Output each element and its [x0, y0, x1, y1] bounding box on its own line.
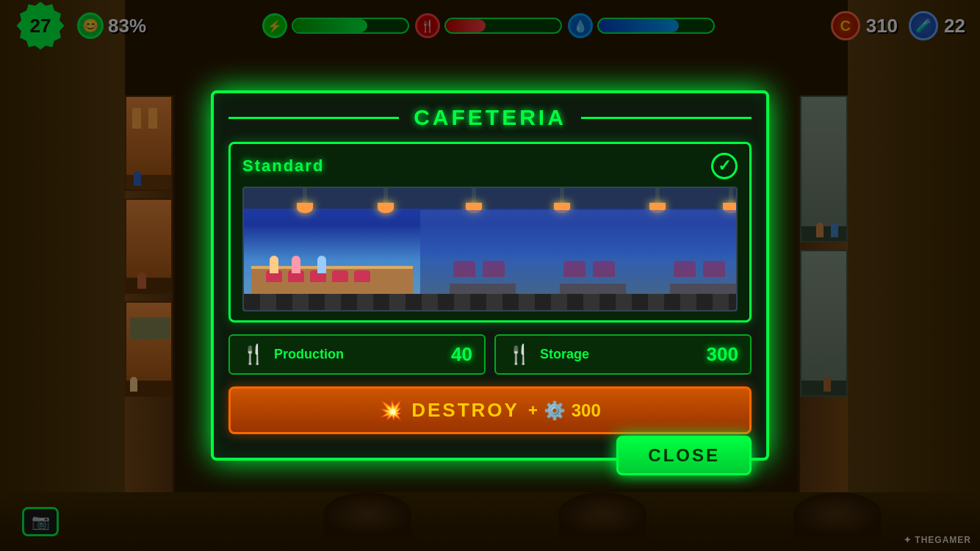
storage-stat: 🍴 Storage 300 — [494, 334, 752, 375]
lamp-4 — [560, 188, 564, 204]
cafe-floor — [244, 294, 736, 310]
storage-value: 300 — [707, 343, 738, 366]
cafeteria-modal: CAFETERIA Standard ✓ — [211, 90, 769, 461]
lamp-6 — [729, 188, 733, 204]
watermark: ✦ THEGAMER — [904, 535, 971, 545]
stats-row: 🍴 Production 40 🍴 Storage 300 — [228, 334, 752, 375]
person-1 — [270, 256, 278, 273]
standard-card[interactable]: Standard ✓ — [228, 142, 752, 323]
title-line-right — [581, 117, 752, 119]
stool-4 — [332, 270, 348, 282]
production-icon: 🍴 — [242, 343, 265, 366]
title-line-left — [228, 117, 399, 119]
reward-icon: ⚙️ — [544, 400, 566, 421]
modal-title-line: CAFETERIA — [228, 105, 752, 130]
storage-label: Storage — [540, 347, 698, 362]
production-label: Production — [274, 347, 442, 362]
room-preview — [242, 187, 738, 311]
standard-header: Standard ✓ — [242, 153, 738, 179]
modal-overlay: CAFETERIA Standard ✓ — [0, 0, 980, 551]
lamp-light-2 — [378, 203, 394, 213]
watermark-text: THEGAMER — [915, 535, 971, 545]
destroy-icon: 💥 — [379, 399, 403, 422]
production-value: 40 — [451, 343, 472, 366]
lamp-1 — [303, 188, 307, 204]
destroy-reward: + ⚙️ 300 — [528, 400, 601, 421]
storage-icon: 🍴 — [508, 343, 531, 366]
reward-value: 300 — [572, 400, 601, 421]
person-2 — [292, 256, 300, 273]
stool-5 — [354, 270, 370, 282]
lamp-5 — [655, 188, 660, 204]
lamp-2 — [383, 188, 388, 204]
checkmark-icon: ✓ — [711, 153, 738, 179]
modal-title-bar: CAFETERIA — [214, 93, 766, 130]
lamp-light-1 — [297, 203, 313, 213]
close-button[interactable]: CLOSE — [616, 436, 752, 475]
production-stat: 🍴 Production 40 — [228, 334, 486, 375]
watermark-symbol: ✦ — [904, 535, 912, 545]
lamp-3 — [472, 188, 476, 204]
modal-title: CAFETERIA — [399, 105, 581, 130]
standard-label: Standard — [242, 156, 324, 176]
person-3 — [317, 256, 326, 273]
wall-bg — [420, 210, 736, 294]
modal-body: Standard ✓ — [214, 130, 766, 458]
destroy-label: DESTROY — [411, 399, 519, 422]
plus-sign: + — [528, 401, 538, 420]
destroy-button[interactable]: 💥 DESTROY + ⚙️ 300 — [228, 386, 752, 434]
